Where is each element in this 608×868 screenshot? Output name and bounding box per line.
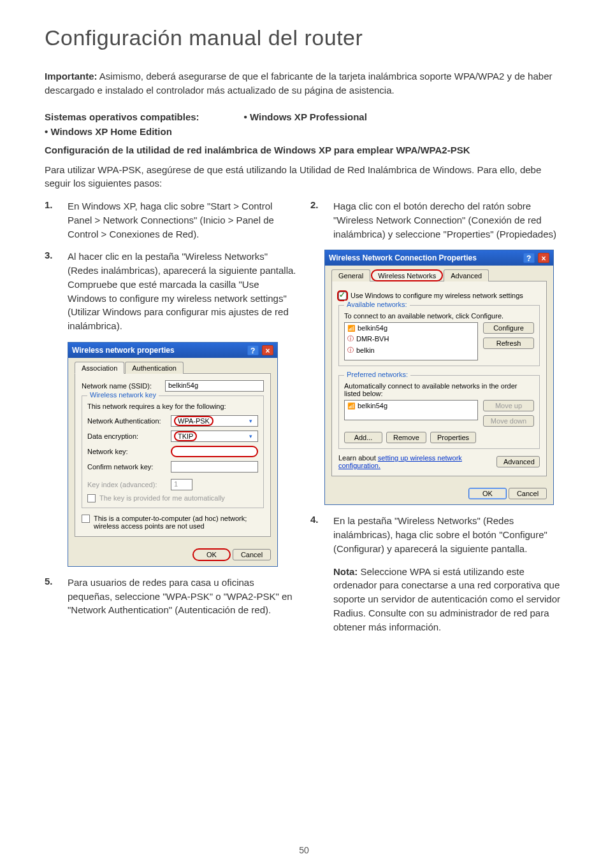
step-5-body: Para usuarios de redes para casa u ofici… <box>68 576 298 617</box>
list-item: 📶belkin54g <box>345 323 477 333</box>
net-name: belkin54g <box>358 324 387 332</box>
dialog-connection-properties: Wireless Network Connection Properties ?… <box>324 250 554 505</box>
chevron-down-icon: ▾ <box>246 418 255 424</box>
list-item: ⓘDMR-BVH <box>345 333 477 345</box>
nota-bold: Nota: <box>333 566 358 577</box>
netkey-input[interactable] <box>171 446 258 457</box>
dialog1-title: Wireless network properties <box>72 346 175 355</box>
available-desc: To connect to an available network, clic… <box>344 312 534 320</box>
tab-association[interactable]: Association <box>75 362 124 374</box>
help-icon[interactable]: ? <box>247 345 259 355</box>
usewin-checkbox[interactable] <box>338 292 347 300</box>
preferred-desc: Automatically connect to available netwo… <box>344 382 534 397</box>
auth-value: WPA-PSK <box>174 416 214 426</box>
enc-combo[interactable]: TKIP ▾ <box>171 430 258 442</box>
tab-general[interactable]: General <box>331 269 370 281</box>
add-button[interactable]: Add... <box>344 432 382 443</box>
list-item: 📶belkin54g <box>345 401 477 411</box>
step-1-num: 1. <box>45 199 56 241</box>
enc-label: Data encryption: <box>87 432 167 440</box>
key-requires-text: This network requires a key for the foll… <box>87 402 258 410</box>
auth-label: Network Authentication: <box>87 417 167 425</box>
net-name: DMR-BVH <box>356 335 389 343</box>
step-3-num: 3. <box>45 250 56 333</box>
ssid-input[interactable]: belkin54g <box>165 380 264 392</box>
step-2-body: Haga clic con el botón derecho del ratón… <box>333 199 563 241</box>
autokey-label: The key is provided for me automatically <box>99 494 225 502</box>
tab-authentication[interactable]: Authentication <box>125 362 184 374</box>
net-name: belkin <box>356 346 375 354</box>
preferred-networks-title: Preferred networks: <box>344 371 410 378</box>
nota-paragraph: Nota: Seleccione WPA si está utilizando … <box>333 565 563 634</box>
intro-bold: Importante: <box>45 71 98 82</box>
step-4-body: En la pestaña "Wireless Networks" (Redes… <box>333 514 563 555</box>
movedown-button: Move down <box>483 415 534 427</box>
adhoc-checkbox[interactable] <box>82 515 90 523</box>
step-3-body: Al hacer clic en la pestaña "Wireless Ne… <box>68 250 298 333</box>
auth-combo[interactable]: WPA-PSK ▾ <box>171 415 258 427</box>
usewin-label: Use Windows to configure my wireless net… <box>351 292 523 299</box>
signal-icon: ⓘ <box>347 334 354 343</box>
dialog2-title: Wireless Network Connection Properties <box>329 253 477 262</box>
step-4-num: 4. <box>310 514 322 555</box>
net-name: belkin54g <box>358 402 387 409</box>
step-1-body: En Windows XP, haga clic sobre "Start > … <box>68 199 298 241</box>
dialog-network-properties: Wireless network properties ? × Associat… <box>68 342 278 567</box>
refresh-button[interactable]: Refresh <box>483 338 534 349</box>
signal-icon: ⓘ <box>347 346 354 355</box>
keyidx-input: 1 <box>171 479 192 490</box>
enc-value: TKIP <box>174 431 197 441</box>
nota-rest: Seleccione WPA si está utilizando este o… <box>333 566 560 632</box>
intro-paragraph: Importante: Asimismo, deberá asegurarse … <box>45 69 563 97</box>
close-icon[interactable]: × <box>538 253 549 263</box>
page-title: Configuración manual del router <box>45 25 563 50</box>
tab-advanced[interactable]: Advanced <box>444 269 489 281</box>
cancel-button[interactable]: Cancel <box>509 488 547 499</box>
tab-wireless-networks[interactable]: Wireless Networks <box>371 269 443 281</box>
step-2-num: 2. <box>310 199 322 241</box>
close-icon[interactable]: × <box>262 345 273 355</box>
available-networks-list[interactable]: 📶belkin54g ⓘDMR-BVH ⓘbelkin <box>344 322 478 360</box>
netkey-label: Network key: <box>87 448 167 455</box>
wireless-key-group-title: Wireless network key <box>87 391 159 399</box>
adhoc-label: This is a computer-to-computer (ad hoc) … <box>94 515 264 530</box>
os-compatible-label: Sistemas operativos compatibles: <box>45 111 199 122</box>
config-heading: Configuración de la utilidad de red inal… <box>45 143 563 157</box>
ok-button[interactable]: OK <box>468 488 507 499</box>
preferred-networks-list[interactable]: 📶belkin54g <box>344 400 478 420</box>
os-xp-home: • Windows XP Home Edition <box>45 126 563 137</box>
moveup-button: Move up <box>483 400 534 411</box>
advanced-button[interactable]: Advanced <box>496 456 540 467</box>
confirm-label: Confirm network key: <box>87 463 167 471</box>
chevron-down-icon: ▾ <box>246 433 255 439</box>
page-number: 50 <box>0 845 608 855</box>
configure-button[interactable]: Configure <box>483 322 534 334</box>
step-5-num: 5. <box>45 576 56 617</box>
available-networks-title: Available networks: <box>344 301 410 308</box>
list-item: ⓘbelkin <box>345 345 477 356</box>
os-xp-pro: • Windows XP Professional <box>244 111 367 122</box>
keyidx-label: Key index (advanced): <box>87 481 167 488</box>
intro-rest: Asimismo, deberá asegurarse de que el fa… <box>45 71 552 96</box>
help-icon[interactable]: ? <box>523 253 535 263</box>
signal-icon: 📶 <box>347 325 355 332</box>
ok-button[interactable]: OK <box>192 548 231 561</box>
confirm-input[interactable] <box>171 461 258 473</box>
signal-icon: 📶 <box>347 402 355 409</box>
remove-button[interactable]: Remove <box>386 432 426 443</box>
ssid-label: Network name (SSID): <box>82 382 161 390</box>
autokey-checkbox <box>87 494 96 502</box>
learn-text: Learn about setting up wireless network … <box>338 454 496 469</box>
properties-button[interactable]: Properties <box>430 432 476 443</box>
cancel-button[interactable]: Cancel <box>233 549 271 560</box>
intro-para2: Para utilizar WPA-PSK, asegúrese de que … <box>45 163 563 191</box>
